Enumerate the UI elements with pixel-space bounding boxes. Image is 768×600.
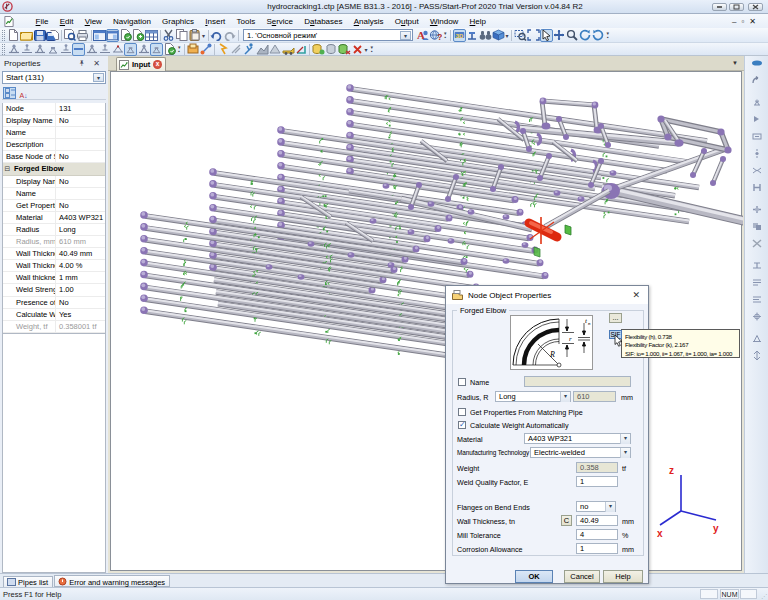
- svg-text:x: x: [657, 528, 663, 539]
- svg-text:3D: 3D: [455, 33, 463, 39]
- svg-text:r: r: [569, 335, 572, 343]
- svg-text:?: ?: [437, 32, 442, 41]
- svg-text:z: z: [669, 465, 674, 476]
- svg-text:y: y: [713, 523, 719, 534]
- svg-text:R: R: [549, 350, 555, 359]
